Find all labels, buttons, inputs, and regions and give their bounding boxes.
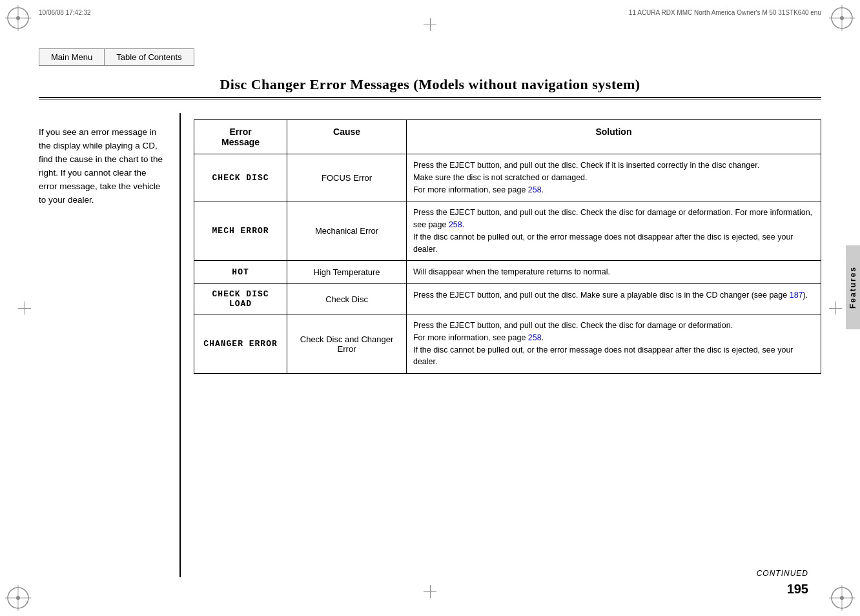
corner-decoration-tr xyxy=(829,5,855,31)
error-msg-hot: HOT xyxy=(194,261,287,284)
error-msg-check-disc: CHECK DISC xyxy=(194,154,287,201)
bottom-area: CONTINUED 195 xyxy=(757,569,808,597)
crosshair-mid-left xyxy=(18,302,31,314)
corner-decoration-tl xyxy=(5,5,31,31)
title-divider xyxy=(39,97,821,99)
error-table: ErrorMessage Cause Solution CHECK DISC F… xyxy=(194,119,821,374)
solution-mech-error: Press the EJECT button, and pull out the… xyxy=(406,201,821,261)
table-row: MECH ERROR Mechanical Error Press the EJ… xyxy=(194,201,821,261)
cause-high-temperature: High Temperature xyxy=(287,261,407,284)
table-row: HOT High Temperature Will disappear when… xyxy=(194,261,821,284)
error-msg-check-disc-load: CHECK DISC LOAD xyxy=(194,284,287,314)
cause-changer-error: Check Disc and Changer Error xyxy=(287,314,407,374)
solution-changer-error: Press the EJECT button, and pull out the… xyxy=(406,314,821,374)
cause-mechanical-error: Mechanical Error xyxy=(287,201,407,261)
error-msg-mech-error: MECH ERROR xyxy=(194,201,287,261)
col-header-error-message: ErrorMessage xyxy=(194,120,287,154)
table-row: CHANGER ERROR Check Disc and Changer Err… xyxy=(194,314,821,374)
cause-check-disc: Check Disc xyxy=(287,284,407,314)
error-msg-changer-error: CHANGER ERROR xyxy=(194,314,287,374)
table-header-row: ErrorMessage Cause Solution xyxy=(194,120,821,154)
table-row: CHECK DISC FOCUS Error Press the EJECT b… xyxy=(194,154,821,201)
crosshair-bottom xyxy=(424,585,436,598)
continued-label: CONTINUED xyxy=(757,569,808,578)
timestamp: 10/06/08 17:42:32 xyxy=(39,9,91,16)
features-side-tab: Features xyxy=(846,245,860,329)
intro-text: If you see an error message in the displ… xyxy=(39,126,167,207)
cause-focus-error: FOCUS Error xyxy=(287,154,407,201)
main-menu-button[interactable]: Main Menu xyxy=(39,48,104,66)
table-row: CHECK DISC LOAD Check Disc Press the EJE… xyxy=(194,284,821,314)
side-tab-label: Features xyxy=(848,266,857,309)
toc-button[interactable]: Table of Contents xyxy=(104,48,194,66)
solution-check-disc-load: Press the EJECT button, and pull out the… xyxy=(406,284,821,314)
solution-hot: Will disappear when the temperature retu… xyxy=(406,261,821,284)
link-258-2[interactable]: 258 xyxy=(449,220,462,229)
main-content: If you see an error message in the displ… xyxy=(39,113,821,577)
col-header-cause: Cause xyxy=(287,120,407,154)
error-table-panel: ErrorMessage Cause Solution CHECK DISC F… xyxy=(194,113,821,577)
page-title-area: Disc Changer Error Messages (Models with… xyxy=(39,76,821,99)
doc-info: 11 ACURA RDX MMC North America Owner's M… xyxy=(629,9,821,16)
page-title: Disc Changer Error Messages (Models with… xyxy=(39,76,821,93)
crosshair-mid-right xyxy=(829,302,842,314)
page-number: 195 xyxy=(757,582,808,597)
nav-buttons: Main Menu Table of Contents xyxy=(39,48,194,66)
corner-decoration-br xyxy=(829,585,855,611)
col-header-solution: Solution xyxy=(406,120,821,154)
crosshair-top xyxy=(424,18,436,31)
solution-check-disc: Press the EJECT button, and pull out the… xyxy=(406,154,821,201)
link-258-3[interactable]: 258 xyxy=(528,333,542,342)
link-258-1[interactable]: 258 xyxy=(528,185,542,194)
corner-decoration-bl xyxy=(5,585,31,611)
intro-panel: If you see an error message in the displ… xyxy=(39,113,181,577)
top-metadata: 10/06/08 17:42:32 11 ACURA RDX MMC North… xyxy=(39,9,821,16)
link-187[interactable]: 187 xyxy=(790,291,803,300)
